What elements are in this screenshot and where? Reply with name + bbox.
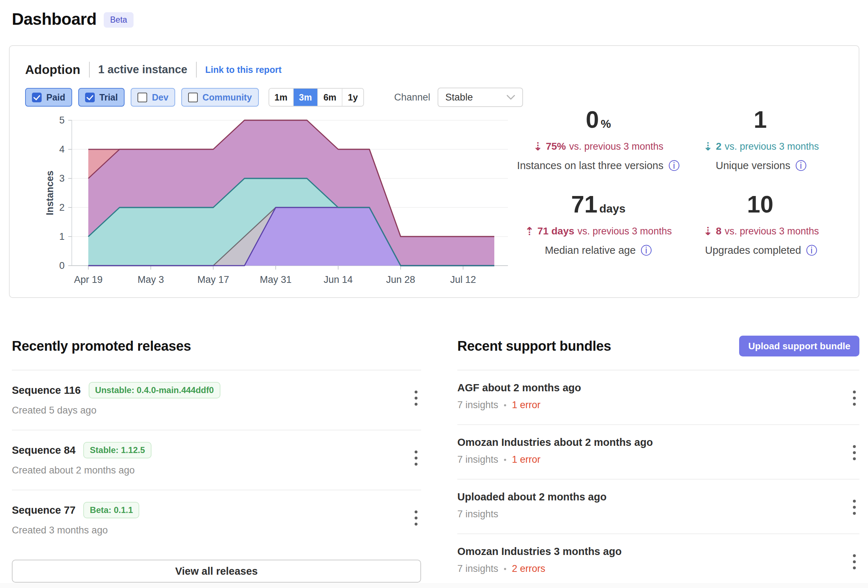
dot-separator [504,568,506,570]
bundles-section-header: Recent support bundles Upload support bu… [457,335,859,357]
info-icon[interactable]: ⓘ [669,160,679,171]
filter-community-label: Community [202,92,252,103]
divider [89,62,90,78]
divider [196,62,197,78]
delta-value: 75% [546,141,566,152]
stat-value: 71days [517,192,680,216]
release-created: Created 5 days ago [12,405,411,416]
bundle-errors: 1 error [512,454,540,465]
bundle-row[interactable]: AGF about 2 months ago 7 insights 1 erro… [457,370,859,424]
bundles-list: AGF about 2 months ago 7 insights 1 erro… [457,370,859,588]
adoption-chart-row: 012345Apr 19May 3May 17May 31Jun 14Jun 2… [25,115,843,287]
release-created: Created 3 months ago [12,525,411,536]
arrow-up-icon: ⇡ [525,225,534,238]
adoption-card: Adoption 1 active instance Link to this … [9,45,859,298]
stat-label: Unique versions ⓘ [680,160,843,171]
bundle-row[interactable]: Uploaded about 2 months ago 7 insights [457,479,859,533]
release-row[interactable]: Sequence 77 Beta: 0.1.1 Created 3 months… [12,490,421,550]
filter-trial-label: Trial [99,92,118,103]
bundle-row[interactable]: Omozan Industries about 2 months ago 7 i… [457,424,859,479]
filter-trial[interactable]: Trial [78,88,125,106]
bundle-title: Omozan Industries about 2 months ago [457,436,653,448]
delta-value: 71 days [537,225,574,237]
upload-support-bundle-button[interactable]: Upload support bundle [739,335,859,356]
delta-text: vs. previous 3 months [577,226,672,237]
stat-unique-versions: 1 ⇣ 2 vs. previous 3 months Unique versi… [680,108,843,171]
arrow-down-icon: ⇣ [703,225,713,238]
arrow-down-icon: ⇣ [533,140,542,153]
release-title: Sequence 77 [12,504,75,516]
view-all-releases-button[interactable]: View all releases [12,560,421,583]
kebab-menu-icon[interactable] [849,551,859,573]
info-icon[interactable]: ⓘ [796,160,807,171]
page-header: Dashboard Beta [0,0,868,29]
bundle-insights: 7 insights [457,400,498,411]
stat-delta: ⇣ 8 vs. previous 3 months [680,224,843,237]
time-range-segmented-control: 1m 3m 6m 1y [269,88,364,106]
next-card-edge [0,583,868,588]
range-3m[interactable]: 3m [293,89,317,106]
bundle-row[interactable]: Omozan Industries 3 months ago 7 insight… [457,533,859,588]
svg-text:May 17: May 17 [198,274,229,285]
filter-dev[interactable]: Dev [131,88,175,106]
bundle-meta: 7 insights [457,509,849,520]
checkbox-unchecked-icon[interactable] [137,93,147,102]
delta-value: 8 [716,225,722,237]
checkbox-checked-icon[interactable] [85,93,95,102]
svg-text:May 31: May 31 [260,274,292,285]
bundle-meta: 7 insights 1 error [457,454,849,465]
delta-text: vs. previous 3 months [725,141,819,152]
stat-instances-last-three-versions: 0% ⇣ 75% vs. previous 3 months Instances… [517,108,680,171]
range-6m[interactable]: 6m [317,89,342,106]
svg-text:1: 1 [59,231,65,242]
filter-paid[interactable]: Paid [25,88,72,106]
info-icon[interactable]: ⓘ [806,245,817,256]
bundle-title: Uploaded about 2 months ago [457,491,607,503]
svg-text:4: 4 [59,144,65,155]
kebab-menu-icon[interactable] [849,496,859,519]
beta-badge: Beta [104,12,134,28]
channel-select[interactable]: Stable [438,87,523,107]
kebab-menu-icon[interactable] [849,442,859,464]
release-channel-badge: Unstable: 0.4.0-main.444ddf0 [89,382,220,399]
stat-value: 0% [517,108,680,131]
svg-text:Jun 14: Jun 14 [323,274,353,285]
page-title: Dashboard [12,9,97,29]
delta-text: vs. previous 3 months [569,141,663,152]
bundle-insights: 7 insights [457,563,498,574]
checkbox-unchecked-icon[interactable] [188,93,198,102]
bundle-insights: 7 insights [457,454,498,465]
adoption-area-chart: 012345Apr 19May 3May 17May 31Jun 14Jun 2… [25,115,517,287]
release-row[interactable]: Sequence 84 Stable: 1.12.5 Created about… [12,430,421,490]
kebab-menu-icon[interactable] [411,447,421,469]
release-created: Created about 2 months ago [12,465,411,476]
stat-upgrades-completed: 10 ⇣ 8 vs. previous 3 months Upgrades co… [680,192,843,256]
filter-community[interactable]: Community [181,88,259,106]
stat-suffix: days [599,202,625,215]
info-icon[interactable]: ⓘ [641,245,652,256]
svg-text:3: 3 [59,173,65,184]
release-channel-badge: Stable: 1.12.5 [83,442,151,458]
adoption-card-header: Adoption 1 active instance Link to this … [25,61,843,78]
stat-label: Instances on last three versions ⓘ [517,160,680,171]
svg-text:0: 0 [59,260,65,271]
svg-text:Apr 19: Apr 19 [74,274,103,285]
kebab-menu-icon[interactable] [411,507,421,529]
bundle-meta: 7 insights 1 error [457,400,849,411]
link-to-report[interactable]: Link to this report [205,65,282,75]
kebab-menu-icon[interactable] [849,387,859,409]
releases-list: Sequence 116 Unstable: 0.4.0-main.444ddf… [12,370,421,550]
checkbox-checked-icon[interactable] [32,93,41,102]
active-instance-count: 1 active instance [98,63,187,76]
range-1y[interactable]: 1y [342,89,363,106]
dot-separator [504,459,506,461]
bundle-title: AGF about 2 months ago [457,382,581,394]
delta-value: 2 [716,141,722,152]
kebab-menu-icon[interactable] [411,387,421,409]
release-row[interactable]: Sequence 116 Unstable: 0.4.0-main.444ddf… [12,370,421,430]
stat-suffix: % [601,117,611,130]
stat-median-relative-age: 71days ⇡ 71 days vs. previous 3 months M… [517,192,680,256]
svg-text:5: 5 [59,115,65,126]
stat-value: 10 [680,192,843,216]
range-1m[interactable]: 1m [269,89,293,106]
